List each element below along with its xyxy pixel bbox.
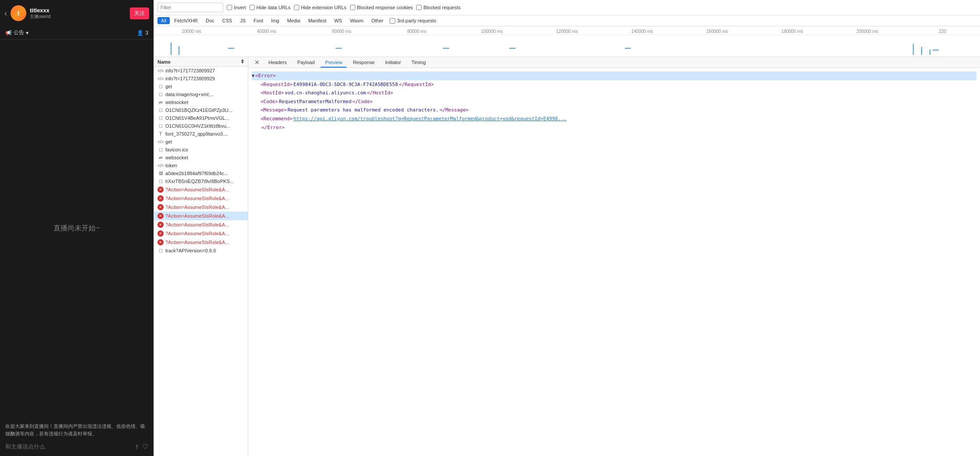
user-info: titlexxx 主播userid xyxy=(30,7,126,20)
blocked-response-cookies-checkbox[interactable] xyxy=(350,5,355,10)
tab-ws[interactable]: WS xyxy=(331,17,346,24)
xml-requestid-value: E499841A-0DC3-5DC8-9C3A-F742A5BDE558 xyxy=(293,81,398,89)
error-icon: ✕ xyxy=(157,222,164,228)
notice-arrow-icon: ▾ xyxy=(26,30,29,36)
invert-checkbox[interactable] xyxy=(227,5,232,10)
hide-extension-urls-checkbox[interactable] xyxy=(294,5,299,10)
tl-180000: 180000 ms xyxy=(755,29,830,34)
list-item[interactable]: ✕ ?Action=AssumeSIsRole&A... xyxy=(154,194,248,203)
tab-doc[interactable]: Doc xyxy=(202,17,218,24)
font-icon: T xyxy=(157,131,164,136)
tab-payload[interactable]: Payload xyxy=(293,57,319,68)
username-label: titlexxx xyxy=(30,7,126,14)
tab-font[interactable]: Font xyxy=(250,17,267,24)
stream-status-text: 直播尚未开始~ xyxy=(54,224,100,233)
tab-wasm[interactable]: Wasm xyxy=(347,17,367,24)
stream-content: 直播尚未开始~ xyxy=(0,39,154,417)
tab-other[interactable]: Other xyxy=(368,17,387,24)
item-label: ?Action=AssumeSIsRole&A... xyxy=(165,231,229,236)
tab-response[interactable]: Response xyxy=(348,57,379,68)
third-party-label[interactable]: 3rd-party requests xyxy=(390,18,436,24)
timeline-chart xyxy=(154,35,980,57)
item-label: get xyxy=(165,84,172,89)
blocked-response-cookies-label[interactable]: Blocked response cookies xyxy=(350,5,413,10)
tab-media[interactable]: Media xyxy=(283,17,304,24)
list-item[interactable]: ☐ hXxrTB5riiEQZB7t9vI8BoPKS... xyxy=(154,177,248,185)
tab-timing[interactable]: Timing xyxy=(407,57,430,68)
list-item[interactable]: ✕ ?Action=AssumeSIsRole&A... xyxy=(154,185,248,194)
follow-button[interactable]: 关注 xyxy=(130,7,149,19)
preview-content: ▼ <Error> <RequestId>E499841A-0DC3-5DC8-… xyxy=(248,68,980,456)
list-item[interactable]: ✕ ?Action=AssumeSIsRole&A... xyxy=(154,220,248,229)
item-label: ?Action=AssumeSIsRole&A... xyxy=(165,240,229,245)
viewer-count-value: 3 xyxy=(145,30,148,36)
list-item[interactable]: ☐ track?APIVersion=0.6.0 xyxy=(154,247,248,255)
share-icon[interactable]: ↑ xyxy=(135,443,139,451)
list-item[interactable]: ✕ ?Action=AssumeSIsRole&A... xyxy=(154,203,248,212)
filter-input[interactable] xyxy=(157,3,223,12)
list-item[interactable]: ☐ O1CN01GC0HVZ1kWz8bvu... xyxy=(154,122,248,130)
tab-headers[interactable]: Headers xyxy=(264,57,291,68)
third-party-checkbox[interactable] xyxy=(390,18,395,24)
item-label: ?Action=AssumeSIsRole&A... xyxy=(165,187,229,192)
invert-checkbox-label[interactable]: Invert xyxy=(227,5,246,10)
list-item[interactable]: </> info?t=1717723809929 xyxy=(154,75,248,83)
item-label: ?Action=AssumeSIsRole&A... xyxy=(165,213,229,219)
list-item[interactable]: 🖼 a0dee2b1884af97f69db24c... xyxy=(154,169,248,177)
hide-data-urls-label[interactable]: Hide data URLs xyxy=(250,5,291,10)
tab-initiator[interactable]: Initiator xyxy=(381,57,405,68)
item-label: data:image/svg+xml;... xyxy=(165,92,214,97)
doc-icon: ☐ xyxy=(157,92,164,97)
list-item[interactable]: </> info?t=1717723809927 xyxy=(154,67,248,75)
xml-recommend-value[interactable]: https://api.aliyun.com/troubleshoot?q=Re… xyxy=(293,115,567,123)
hide-extension-urls-label[interactable]: Hide extension URLs xyxy=(294,5,346,10)
tab-css[interactable]: CSS xyxy=(219,17,236,24)
xml-request-id-row: <RequestId>E499841A-0DC3-5DC8-9C3A-F742A… xyxy=(261,80,976,89)
network-list-header: Name ⇕ xyxy=(154,57,248,67)
blocked-requests-label[interactable]: Blocked requests xyxy=(416,5,460,10)
scroll-control[interactable]: ⇕ xyxy=(240,59,244,65)
item-label: info?t=1717723809929 xyxy=(165,76,215,81)
tl-160000: 160000 ms xyxy=(680,29,755,34)
blocked-requests-checkbox[interactable] xyxy=(416,5,422,10)
img-icon: 🖼 xyxy=(157,171,164,176)
list-item[interactable]: ⇄ websocket xyxy=(154,98,248,106)
xml-message-tag: <Message> xyxy=(261,106,287,114)
back-button[interactable]: ‹ xyxy=(4,9,7,18)
error-icon: ✕ xyxy=(157,187,164,193)
tree-toggle[interactable]: ▼ xyxy=(252,72,254,79)
list-item[interactable]: ✕ ?Action=AssumeSIsRole&A... xyxy=(154,212,248,220)
list-item[interactable]: </> get xyxy=(154,138,248,146)
stream-footer: 欢迎大家来到直播间！直播间内严禁出现违法违规、低俗色情、吸烟酗酒等内容，若有违规… xyxy=(0,417,154,456)
item-label: hXxrTB5riiEQZB7t9vI8BoPKS... xyxy=(165,179,234,184)
tab-js[interactable]: JS xyxy=(236,17,249,24)
tab-preview[interactable]: Preview xyxy=(321,57,347,68)
tab-all[interactable]: All xyxy=(157,17,170,24)
xml-recommend-tag: <Recommend> xyxy=(261,115,293,123)
list-item[interactable]: ☐ O1CN01BQZKz41EGtPZp3U... xyxy=(154,106,248,114)
close-preview-button[interactable]: ✕ xyxy=(252,57,262,68)
timeline-bar: 20000 ms 40000 ms 60000 ms 80000 ms 1000… xyxy=(154,26,980,57)
hide-data-urls-checkbox[interactable] xyxy=(250,5,255,10)
list-item[interactable]: ⇄ websocket xyxy=(154,154,248,162)
list-item[interactable]: ☐ get xyxy=(154,83,248,90)
tab-fetch-xhr[interactable]: Fetch/XHR xyxy=(171,17,201,24)
tab-img[interactable]: Img xyxy=(268,17,283,24)
list-item[interactable]: ☐ favicon.ico xyxy=(154,146,248,154)
tab-manifest[interactable]: Manifest xyxy=(304,17,330,24)
code-icon: </> xyxy=(157,163,164,168)
xml-error-close-tag: </Error> xyxy=(261,124,285,132)
network-list-scroll[interactable]: </> info?t=1717723809927 </> info?t=1717… xyxy=(154,67,248,456)
xml-requestid-tag: <RequestId> xyxy=(261,81,293,89)
list-item[interactable]: </> token xyxy=(154,162,248,169)
list-item[interactable]: ✕ ?Action=AssumeSIsRole&A... xyxy=(154,229,248,238)
list-item[interactable]: ☐ O1CN01V4BeA91PtmvVGL... xyxy=(154,114,248,122)
stream-input-area: ↑ ♡ xyxy=(5,442,148,451)
list-item[interactable]: T font_3750272_qpp9tanvo3.... xyxy=(154,130,248,138)
list-item[interactable]: ✕ ?Action=AssumeSIsRole&A... xyxy=(154,238,248,247)
stream-chat-input[interactable] xyxy=(5,443,132,450)
stream-header: ‹ t titlexxx 主播userid 关注 xyxy=(0,0,154,26)
item-label: font_3750272_qpp9tanvo3.... xyxy=(165,131,228,136)
heart-icon[interactable]: ♡ xyxy=(142,442,148,451)
list-item[interactable]: ☐ data:image/svg+xml;... xyxy=(154,90,248,98)
